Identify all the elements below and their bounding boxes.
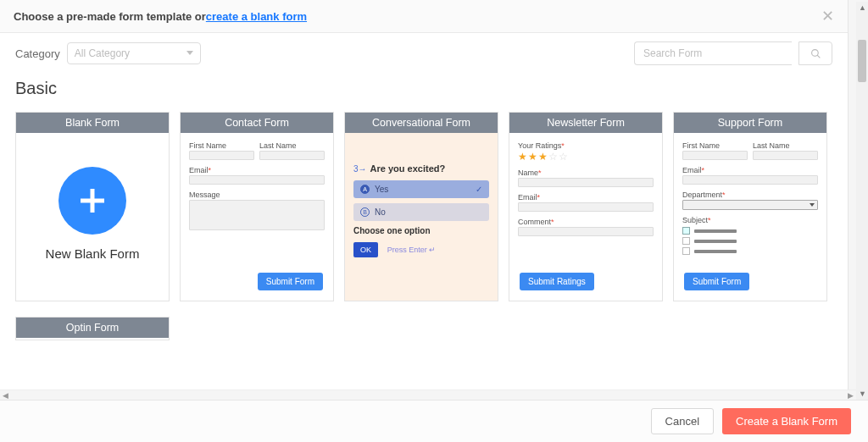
field-label: Email* (189, 166, 325, 174)
enter-hint: Press Enter ↵ (387, 246, 437, 254)
conv-hint: Choose one option (353, 226, 489, 235)
field-input (682, 151, 748, 160)
field-input (518, 202, 654, 212)
field-input (682, 175, 818, 185)
card-body: First Name Last Name Email* Department* … (674, 133, 826, 301)
svg-line-1 (817, 55, 820, 58)
card-title: Newsletter Form (509, 113, 662, 133)
field-label: Last Name (259, 141, 325, 150)
plus-icon (58, 167, 126, 235)
template-card-optin[interactable]: Optin Form (15, 317, 170, 340)
template-modal: Choose a pre-made form template or creat… (0, 0, 849, 400)
card-title: Conversational Form (345, 113, 498, 133)
template-card-conversational[interactable]: Conversational Form 3→Are you excited? A… (344, 112, 498, 301)
field-input (189, 175, 325, 185)
category-label: Category (15, 47, 60, 60)
checkbox-row (682, 247, 818, 255)
content: Basic Blank Form New Blank Form Contact … (0, 70, 848, 400)
field-label: First Name (682, 141, 748, 150)
field-select (682, 200, 818, 210)
vertical-scrollbar[interactable]: ▲ ▼ (856, 2, 868, 400)
card-body: 3→Are you excited? AYes✓ BNo Choose one … (345, 133, 498, 301)
field-input (518, 178, 654, 187)
card-title: Optin Form (16, 318, 169, 338)
card-title: Support Form (674, 113, 826, 133)
field-label: Message (189, 191, 325, 199)
modal-footer: Cancel Create a Blank Form (0, 400, 868, 442)
cancel-button[interactable]: Cancel (651, 408, 714, 434)
star-rating: ★★★☆☆ (518, 151, 654, 163)
template-cards: Blank Form New Blank Form Contact Form F… (15, 112, 832, 301)
header-prefix: Choose a pre-made form template or (14, 10, 206, 23)
scroll-right-icon[interactable]: ▶ (848, 391, 854, 400)
field-input (189, 151, 254, 160)
template-card-blank[interactable]: Blank Form New Blank Form (15, 112, 170, 301)
search-input[interactable]: Search Form (634, 41, 792, 65)
create-blank-link[interactable]: create a blank form (206, 10, 307, 23)
ok-button: OK (353, 242, 378, 257)
create-blank-button[interactable]: Create a Blank Form (722, 408, 851, 434)
chevron-down-icon (186, 51, 193, 55)
blank-form-label: New Blank Form (25, 246, 160, 261)
section-title: Basic (15, 79, 832, 98)
svg-point-0 (811, 49, 818, 56)
field-label: Last Name (753, 141, 818, 150)
search-placeholder: Search Form (643, 47, 702, 59)
template-card-support[interactable]: Support Form First Name Last Name Email*… (673, 112, 827, 301)
field-label: Comment* (518, 218, 654, 226)
template-cards-row2: Optin Form (15, 317, 832, 340)
search-button[interactable] (798, 41, 832, 65)
conv-option-yes: AYes✓ (353, 180, 489, 198)
field-label: Your Ratings* (518, 141, 654, 150)
field-label: Subject* (682, 216, 818, 224)
close-icon[interactable]: ✕ (821, 8, 834, 24)
field-input (518, 227, 654, 236)
scroll-down-icon[interactable]: ▼ (859, 390, 866, 398)
field-label: Email* (518, 193, 654, 202)
field-input (753, 151, 818, 160)
card-body: New Blank Form (16, 133, 169, 301)
checkbox-row (682, 237, 818, 245)
search-icon (810, 48, 821, 59)
card-title: Blank Form (16, 113, 169, 133)
toolbar: Category All Category Search Form (0, 33, 848, 70)
card-title: Contact Form (181, 113, 333, 133)
submit-button: Submit Form (258, 273, 323, 290)
category-placeholder: All Category (75, 47, 130, 59)
template-card-contact[interactable]: Contact Form First Name Last Name Email*… (180, 112, 334, 301)
conv-question: 3→Are you excited? (353, 163, 489, 174)
horizontal-scrollbar[interactable]: ◀ ▶ (0, 390, 856, 400)
scroll-up-icon[interactable]: ▲ (859, 3, 866, 12)
card-body: First Name Last Name Email* Message Subm… (181, 133, 333, 301)
category-select[interactable]: All Category (67, 42, 201, 64)
checkbox-row (682, 227, 818, 235)
scrollbar-thumb[interactable] (858, 40, 866, 82)
field-input (259, 151, 325, 160)
conv-option-no: BNo (353, 203, 489, 221)
field-label: Email* (682, 166, 818, 174)
template-card-newsletter[interactable]: Newsletter Form Your Ratings* ★★★☆☆ Name… (509, 112, 663, 301)
modal-header: Choose a pre-made form template or creat… (0, 0, 848, 33)
submit-button: Submit Ratings (520, 273, 594, 290)
field-label: First Name (189, 141, 254, 150)
field-label: Name* (518, 169, 654, 177)
field-textarea (189, 200, 325, 230)
scroll-left-icon[interactable]: ◀ (3, 391, 8, 400)
card-body: Your Ratings* ★★★☆☆ Name* Email* Comment… (509, 133, 662, 301)
submit-button: Submit Form (684, 273, 749, 290)
field-label: Department* (682, 191, 818, 199)
